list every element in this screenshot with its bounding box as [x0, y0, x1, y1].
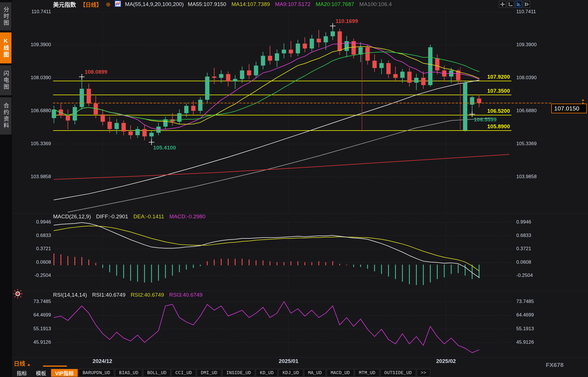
tab-模板[interactable]: 模板: [32, 369, 50, 377]
macd-value-1: DIFF:-0.2901: [96, 213, 128, 220]
tab-boll-ud[interactable]: BOLL_UD: [143, 369, 170, 377]
ma-values: MA55:107.9150MA14:107.7389MA9:107.5172MA…: [188, 1, 392, 7]
left-sidebar: 分时图K线图闪电图合约资料: [0, 0, 12, 377]
panel-separator: [11, 357, 588, 357]
swing-label-106.5599: 106.5599: [474, 116, 497, 123]
rsi-value-1: RSI1:40.6749: [92, 292, 125, 298]
price-tick-left-2: 109.3900: [31, 42, 51, 48]
tab-macd-ud[interactable]: MACD_UD: [327, 369, 354, 377]
mini-chart-icon[interactable]: [115, 1, 121, 8]
tab-mtm-ud[interactable]: MTM_UD: [355, 369, 379, 377]
swing-label-110.1699: 110.1699: [336, 18, 358, 24]
macd-tick-left-1: 0.9946: [36, 219, 51, 225]
swing-label-105.4100: 105.4100: [153, 145, 176, 151]
tab-bias-ud[interactable]: BIAS_UD: [115, 369, 142, 377]
panel-separator: [11, 291, 588, 291]
trading-app: 美元指数 【日线】 ⊕ MA(55,14,9,20,100,200) MA55:…: [0, 0, 588, 377]
rsi-title: RSI(14,14,14): [53, 292, 87, 298]
tab->>[interactable]: >>: [417, 369, 430, 377]
period-arrow-icon: ▲: [27, 362, 31, 367]
tab-inside-ud[interactable]: INSIDE_UD: [222, 369, 255, 377]
ma-value-1: MA55:107.9150: [188, 1, 226, 7]
tab-ma-ud[interactable]: MA_UD: [304, 369, 326, 377]
tab-指标[interactable]: 指标: [13, 369, 31, 377]
price-tick-left-4: 106.6880: [31, 108, 51, 114]
sidebar-item-2[interactable]: K线图: [0, 32, 11, 63]
macd-tick-right-2: 0.6833: [516, 233, 531, 238]
price-tick-right-2: 109.3900: [516, 42, 537, 48]
macd-tick-left-4: 0.0608: [36, 259, 51, 265]
macd-tick-right-5: -0.2504: [516, 273, 533, 278]
axis-pointer-icon[interactable]: [515, 1, 522, 8]
period-tag[interactable]: 【日线】: [80, 1, 102, 8]
toolbar: [499, 1, 530, 8]
rsi-tick-right-2: 64.4699: [516, 312, 534, 318]
tab-kdj-ud[interactable]: KDJ_UD: [279, 369, 303, 377]
ma-value-3: MA9:107.5172: [275, 1, 311, 7]
chart-header: 美元指数 【日线】 ⊕ MA(55,14,9,20,100,200) MA55:…: [11, 0, 588, 9]
price-tick-right-5: 105.3369: [516, 141, 537, 147]
rsi-tick-left-4: 45.9126: [34, 339, 51, 345]
tab-vip指标[interactable]: VIP指标: [51, 369, 78, 377]
current-price-box: 107.0150: [551, 104, 587, 113]
macd-tick-right-3: 0.3721: [516, 246, 531, 252]
macd-title: MACD(26,12,9): [53, 213, 91, 220]
rsi-value-3: RSI3:40.6749: [169, 292, 203, 298]
bottom-tabbar: 指标模板VIP指标BARUPDN_UDBIAS_UDBOLL_UDCCI_UDD…: [13, 369, 430, 377]
rsi-value-2: RSI2:40.6749: [131, 292, 164, 298]
rsi-values: RSI1:40.6749RSI2:40.6749RSI3:40.6749: [92, 292, 203, 298]
x-axis-label-2025-01: 2025/01: [279, 358, 299, 364]
macd-values: DIFF:-0.2901DEA:-0.1411MACD:-0.2980: [96, 213, 205, 220]
ma-value-5: MA100:106.4: [359, 1, 392, 7]
period-selector[interactable]: 日线 ▲: [14, 359, 31, 368]
price-tick-left-1: 110.7411: [32, 9, 51, 15]
level-label-106.5200: 106.5200: [487, 108, 510, 114]
macd-header: MACD(26,12,9) DIFF:-0.2901DEA:-0.1411MAC…: [53, 213, 205, 220]
tab-barupdn-ud[interactable]: BARUPDN_UD: [79, 369, 114, 377]
price-tick-left-3: 108.0390: [31, 75, 51, 81]
sidebar-item-1[interactable]: 分时图: [0, 2, 11, 30]
chart-canvas[interactable]: [0, 0, 588, 377]
period-label: 日线: [14, 361, 25, 367]
pan-tool-icon[interactable]: [499, 1, 506, 8]
macd-tick-left-5: -0.2504: [34, 273, 51, 278]
axis-scale-icon[interactable]: [507, 1, 514, 8]
rsi-tick-left-3: 55.1913: [34, 326, 51, 332]
macd-value-2: DEA:-0.1411: [133, 213, 164, 220]
ma-value-2: MA14:107.7389: [231, 1, 270, 7]
price-up-arrows-icon[interactable]: ▲▲: [581, 98, 585, 104]
current-price-value: 107.0150: [554, 105, 579, 112]
target-marker-icon[interactable]: [12, 288, 24, 301]
ma-value-4: MA20:107.7687: [316, 1, 354, 7]
scrollbar-thumb[interactable]: [43, 366, 67, 367]
macd-value-3: MACD:-0.2980: [169, 213, 205, 220]
rsi-tick-right-4: 45.9126: [516, 339, 534, 345]
price-tick-left-6: 103.9858: [31, 174, 51, 180]
sidebar-item-3[interactable]: 闪电图: [0, 65, 11, 95]
swing-label-108.0899: 108.0899: [85, 69, 107, 75]
x-axis-label-2025-02: 2025/02: [436, 358, 456, 364]
watermark: FX678: [546, 362, 564, 368]
rsi-header: RSI(14,14,14) RSI1:40.6749RSI2:40.6749RS…: [53, 292, 203, 298]
symbol-title: 美元指数: [53, 0, 76, 9]
rsi-tick-right-1: 73.7485: [516, 299, 534, 304]
price-tick-right-6: 103.9858: [516, 174, 537, 180]
rsi-tick-left-1: 73.7485: [34, 299, 51, 304]
price-tick-right-3: 108.0390: [516, 75, 537, 81]
tab-kd-ud[interactable]: KD_UD: [256, 369, 278, 377]
macd-tick-left-2: 0.6833: [36, 233, 51, 238]
tab-outside-ud[interactable]: OUTSIDE_UD: [380, 369, 416, 377]
rsi-tick-right-3: 55.1913: [516, 326, 534, 332]
tab-cci-ud[interactable]: CCI_UD: [171, 369, 196, 377]
macd-tick-right-1: 0.9946: [516, 219, 531, 225]
level-label-107.9200: 107.9200: [487, 74, 510, 80]
level-label-107.3500: 107.3500: [487, 88, 510, 94]
bar-offset-icon[interactable]: [523, 1, 530, 8]
price-tick-right-4: 106.6880: [516, 108, 537, 114]
rsi-tick-left-2: 64.4699: [34, 312, 51, 318]
level-label-105.8900: 105.8900: [487, 123, 510, 130]
price-tick-left-5: 105.3369: [31, 141, 51, 147]
tab-dmi-ud[interactable]: DMI_UD: [197, 369, 221, 377]
circle-plus-icon[interactable]: ⊕: [106, 1, 111, 7]
sidebar-item-4[interactable]: 合约资料: [0, 97, 11, 135]
